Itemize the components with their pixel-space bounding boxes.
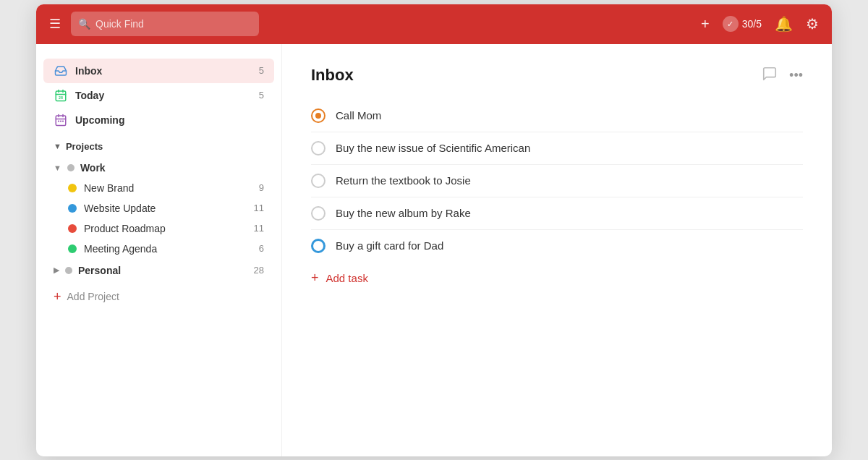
bell-icon[interactable]: 🔔 bbox=[775, 15, 793, 33]
inbox-count: 5 bbox=[259, 65, 264, 76]
work-sub-projects: New Brand 9 Website Update 11 Product Ro… bbox=[43, 178, 274, 259]
task-circle-textbook bbox=[311, 174, 326, 188]
add-task-icon: + bbox=[311, 271, 319, 286]
nav-item-inbox[interactable]: Inbox 5 bbox=[43, 59, 274, 83]
personal-chevron-icon: ▶ bbox=[54, 265, 59, 275]
work-project-group: ▼ Work New Brand 9 Website Update 11 bbox=[43, 156, 274, 260]
product-roadmap-dot bbox=[68, 224, 77, 233]
menu-icon[interactable]: ☰ bbox=[49, 17, 61, 30]
work-chevron-icon: ▼ bbox=[54, 163, 61, 172]
website-update-label: Website Update bbox=[84, 203, 156, 214]
projects-label: Projects bbox=[66, 141, 103, 152]
add-project-icon: + bbox=[54, 289, 61, 304]
task-circle-gift-card bbox=[311, 239, 326, 253]
karma-badge[interactable]: ✓ 30/5 bbox=[723, 16, 762, 32]
add-task-label: Add task bbox=[326, 272, 368, 284]
add-task-button[interactable]: + Add task bbox=[311, 262, 803, 294]
task-text-call-mom: Call Mom bbox=[336, 109, 803, 122]
work-project-header[interactable]: ▼ Work bbox=[43, 158, 274, 178]
sub-project-website-update[interactable]: Website Update 11 bbox=[58, 198, 274, 218]
task-item-textbook[interactable]: Return the textbook to Josie bbox=[311, 165, 803, 197]
personal-project-header[interactable]: ▶ Personal 28 bbox=[43, 260, 274, 281]
today-icon: 28 bbox=[54, 88, 68, 103]
header-left: ☰ 🔍 bbox=[49, 12, 691, 36]
today-label: Today bbox=[75, 90, 104, 101]
personal-count: 28 bbox=[254, 265, 264, 276]
work-dot bbox=[67, 164, 75, 171]
projects-chevron-icon: ▼ bbox=[54, 142, 61, 150]
sub-project-new-brand[interactable]: New Brand 9 bbox=[58, 178, 274, 198]
search-input[interactable] bbox=[71, 12, 259, 36]
page-title: Inbox bbox=[311, 66, 354, 85]
task-item-gift-card[interactable]: Buy a gift card for Dad bbox=[311, 230, 803, 262]
karma-score: 30/5 bbox=[742, 18, 762, 30]
new-brand-count: 9 bbox=[259, 182, 264, 193]
task-text-textbook: Return the textbook to Josie bbox=[336, 174, 803, 187]
content-actions: ••• bbox=[762, 66, 803, 85]
content-area: Inbox ••• Call Mom bbox=[282, 44, 832, 456]
nav-item-today[interactable]: 28 Today 5 bbox=[43, 83, 274, 108]
inbox-icon bbox=[54, 64, 68, 78]
sidebar: Inbox 5 28 Today 5 bbox=[36, 44, 282, 456]
website-update-count: 11 bbox=[254, 203, 264, 213]
task-item-scientific-american[interactable]: Buy the new issue of Scientific American bbox=[311, 132, 803, 165]
new-brand-label: New Brand bbox=[84, 182, 134, 194]
nav-item-upcoming[interactable]: Upcoming bbox=[43, 108, 274, 132]
search-wrapper: 🔍 bbox=[71, 12, 259, 36]
personal-dot bbox=[65, 267, 72, 274]
content-header: Inbox ••• bbox=[311, 66, 803, 85]
settings-icon[interactable]: ⚙ bbox=[806, 15, 819, 33]
new-brand-dot bbox=[68, 184, 77, 192]
product-roadmap-label: Product Roadmap bbox=[84, 223, 166, 234]
header: ☰ 🔍 + ✓ 30/5 🔔 ⚙ bbox=[36, 4, 832, 44]
work-label: Work bbox=[80, 162, 106, 174]
svg-text:28: 28 bbox=[59, 95, 63, 100]
karma-check-icon: ✓ bbox=[723, 16, 739, 32]
task-circle-call-mom bbox=[311, 108, 326, 123]
add-project-button[interactable]: + Add Project bbox=[43, 284, 274, 310]
task-list: Call Mom Buy the new issue of Scientific… bbox=[311, 100, 803, 262]
meeting-agenda-dot bbox=[68, 244, 77, 253]
sub-project-meeting-agenda[interactable]: Meeting Agenda 6 bbox=[58, 239, 274, 259]
projects-section-header[interactable]: ▼ Projects bbox=[43, 132, 274, 156]
task-circle-album-rake bbox=[311, 206, 326, 221]
app-window: ☰ 🔍 + ✓ 30/5 🔔 ⚙ bbox=[36, 4, 832, 456]
more-options-icon[interactable]: ••• bbox=[789, 68, 803, 83]
add-project-label: Add Project bbox=[67, 291, 119, 302]
inbox-label: Inbox bbox=[75, 65, 102, 77]
meeting-agenda-label: Meeting Agenda bbox=[84, 243, 157, 255]
main-layout: Inbox 5 28 Today 5 bbox=[36, 44, 832, 456]
task-text-album-rake: Buy the new album by Rake bbox=[336, 207, 803, 219]
website-update-dot bbox=[68, 204, 77, 213]
task-text-gift-card: Buy a gift card for Dad bbox=[336, 239, 803, 252]
personal-label: Personal bbox=[78, 265, 121, 276]
product-roadmap-count: 11 bbox=[254, 223, 264, 234]
task-text-scientific-american: Buy the new issue of Scientific American bbox=[336, 142, 803, 154]
add-icon[interactable]: + bbox=[701, 16, 710, 33]
task-item-album-rake[interactable]: Buy the new album by Rake bbox=[311, 197, 803, 230]
upcoming-icon bbox=[54, 113, 68, 127]
task-circle-scientific-american bbox=[311, 141, 326, 156]
header-right: + ✓ 30/5 🔔 ⚙ bbox=[701, 15, 819, 33]
upcoming-label: Upcoming bbox=[75, 114, 124, 126]
task-item-call-mom[interactable]: Call Mom bbox=[311, 100, 803, 132]
today-count: 5 bbox=[259, 90, 264, 101]
sub-project-product-roadmap[interactable]: Product Roadmap 11 bbox=[58, 218, 274, 239]
meeting-agenda-count: 6 bbox=[259, 243, 264, 254]
comment-icon[interactable] bbox=[762, 66, 778, 85]
